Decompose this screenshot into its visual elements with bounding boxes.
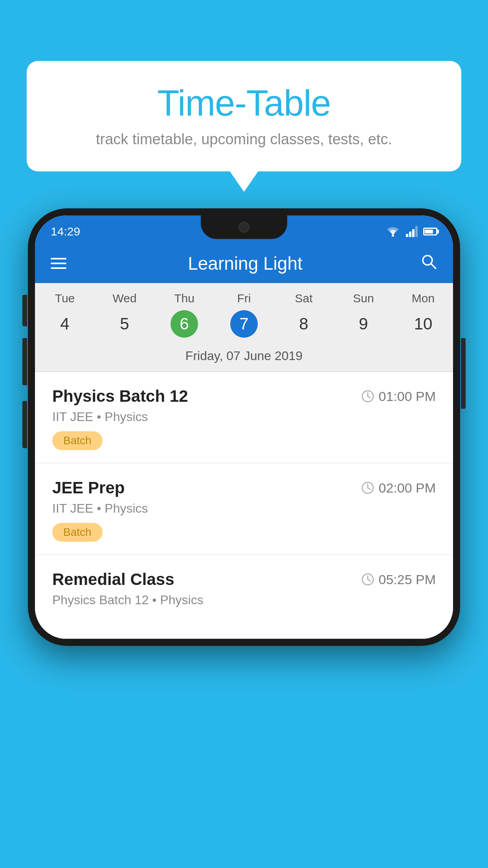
schedule-item-2[interactable]: JEE Prep 02:00 PM IIT JEE • Physics — [35, 463, 453, 555]
day-header-mon[interactable]: Mon — [393, 292, 453, 305]
speech-bubble-subtitle: track timetable, upcoming classes, tests… — [50, 131, 438, 148]
day-header-wed[interactable]: Wed — [95, 292, 154, 305]
svg-line-15 — [368, 579, 370, 581]
status-icons — [385, 226, 437, 237]
phone-button-power — [461, 338, 466, 409]
svg-rect-1 — [406, 234, 408, 237]
schedule-item-2-time: 02:00 PM — [361, 480, 436, 496]
app-bar: Learning Light — [35, 244, 453, 283]
svg-rect-4 — [415, 226, 418, 237]
calendar-day-10[interactable]: 10 — [393, 310, 453, 338]
svg-rect-2 — [409, 232, 411, 237]
calendar-day-7[interactable]: 7 — [214, 310, 274, 338]
hamburger-menu-button[interactable] — [51, 258, 66, 269]
phone-button-volume-up — [22, 338, 27, 385]
calendar-day-numbers: 4 5 6 7 8 9 10 — [35, 308, 453, 345]
calendar-day-8[interactable]: 8 — [274, 310, 334, 338]
speech-bubble-title: Time-Table — [50, 83, 438, 124]
calendar-day-headers: Tue Wed Thu Fri Sat Sun Mon — [35, 283, 453, 308]
schedule-item-1-subtitle: IIT JEE • Physics — [52, 410, 436, 424]
calendar-day-4[interactable]: 4 — [35, 310, 95, 338]
schedule-item-2-badge: Batch — [52, 523, 103, 542]
schedule-item-1-time: 01:00 PM — [361, 389, 436, 404]
search-button[interactable] — [420, 253, 437, 274]
speech-bubble-card: Time-Table track timetable, upcoming cla… — [27, 61, 461, 171]
schedule-item-3[interactable]: Remedial Class 05:25 PM Physics Batch — [35, 555, 453, 639]
app-bar-title: Learning Light — [82, 253, 408, 274]
schedule-list: Physics Batch 12 01:00 PM IIT JEE • Ph — [35, 372, 453, 639]
schedule-item-3-subtitle: Physics Batch 12 • Physics — [52, 593, 436, 607]
calendar-day-5[interactable]: 5 — [95, 310, 154, 338]
phone-button-volume-down — [22, 401, 27, 448]
calendar-day-9[interactable]: 9 — [334, 310, 393, 338]
schedule-item-2-subtitle: IIT JEE • Physics — [52, 501, 436, 516]
wifi-icon — [385, 226, 400, 237]
day-header-sun[interactable]: Sun — [334, 292, 393, 305]
clock-icon-3 — [361, 573, 374, 586]
battery-icon — [423, 228, 437, 235]
schedule-item-1[interactable]: Physics Batch 12 01:00 PM IIT JEE • Ph — [35, 372, 453, 463]
day-header-thu[interactable]: Thu — [154, 292, 214, 305]
phone-device: 14:29 — [28, 208, 460, 646]
phone-notch — [201, 215, 287, 239]
calendar-section: Tue Wed Thu Fri Sat Sun Mon 4 5 6 — [35, 283, 453, 371]
svg-point-0 — [392, 234, 394, 237]
clock-icon-2 — [361, 481, 374, 495]
schedule-item-2-header: JEE Prep 02:00 PM — [52, 478, 436, 497]
schedule-item-2-title: JEE Prep — [52, 478, 125, 497]
schedule-item-3-time: 05:25 PM — [361, 572, 436, 587]
schedule-item-1-header: Physics Batch 12 01:00 PM — [52, 387, 436, 406]
day-header-sat[interactable]: Sat — [274, 292, 334, 305]
clock-icon-1 — [361, 390, 374, 403]
svg-line-9 — [368, 396, 370, 398]
day-header-fri[interactable]: Fri — [214, 292, 274, 305]
svg-rect-3 — [412, 229, 415, 237]
status-time: 14:29 — [51, 225, 80, 238]
phone-screen: 14:29 — [35, 215, 453, 639]
schedule-item-3-title: Remedial Class — [52, 570, 174, 589]
phone-button-left — [22, 295, 27, 326]
schedule-item-1-title: Physics Batch 12 — [52, 387, 188, 406]
signal-icon — [406, 226, 418, 237]
svg-line-12 — [368, 488, 370, 489]
schedule-item-3-header: Remedial Class 05:25 PM — [52, 570, 436, 589]
svg-line-6 — [431, 264, 436, 268]
calendar-day-6[interactable]: 6 — [154, 310, 214, 338]
day-header-tue[interactable]: Tue — [35, 292, 95, 305]
front-camera — [238, 222, 250, 233]
selected-date-label: Friday, 07 June 2019 — [35, 345, 453, 371]
schedule-item-1-badge: Batch — [52, 431, 103, 450]
